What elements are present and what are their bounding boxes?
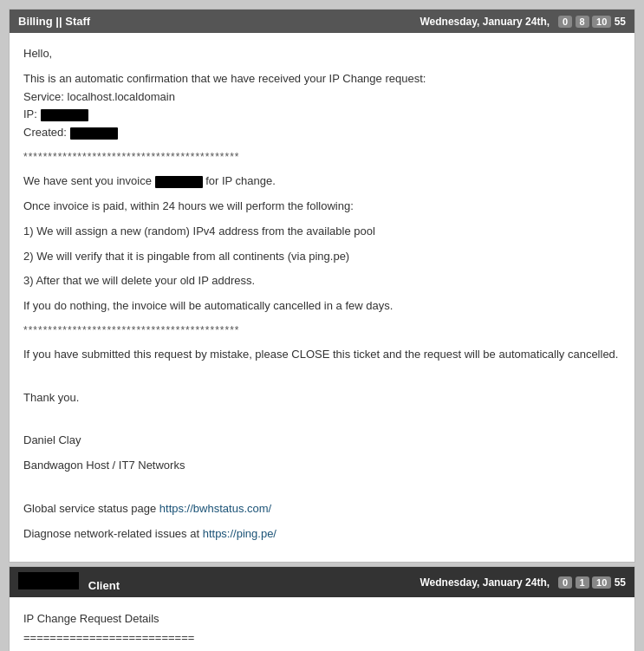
header-left-label: Billing || Staff	[18, 15, 90, 28]
author-name: Daniel Clay	[23, 432, 621, 450]
global-status-link[interactable]: https://bwhstatus.com/	[159, 502, 271, 515]
badge4: 55	[615, 16, 626, 28]
badge1: 0	[558, 16, 572, 28]
badge2: 8	[576, 16, 589, 28]
ticket-body-staff: Hello, This is an automatic confirmation…	[10, 33, 634, 562]
client-label: Client	[88, 579, 120, 592]
ticket-body-client: IP Change Request Details ==============…	[10, 597, 634, 651]
auto-cancel: If you do nothing, the invoice will be a…	[23, 297, 621, 316]
step3: 3) After that we will delete your old IP…	[23, 272, 621, 290]
stars-line: ****************************************…	[23, 149, 621, 166]
greeting: Hello,	[23, 45, 621, 63]
mistake-line: If you have submitted this request by mi…	[23, 346, 621, 364]
intro-text: This is an automatic confirmation that w…	[23, 70, 621, 142]
ip-label: IP:	[23, 107, 37, 120]
intro-span: This is an automatic confirmation that w…	[23, 72, 426, 85]
client-badge1: 0	[558, 576, 572, 589]
client-badge2: 1	[576, 576, 589, 589]
thanks: Thank you.	[23, 389, 621, 407]
client-date: Wednesday, January 24th,	[420, 576, 550, 589]
once-invoice: Once invoice is paid, within 24 hours we…	[23, 198, 621, 216]
header-date: Wednesday, January 24th,	[420, 16, 550, 28]
diagnose-link[interactable]: https://ping.pe/	[203, 527, 276, 540]
service-label: Service: localhost.localdomain	[23, 90, 175, 103]
badge3: 10	[592, 16, 611, 28]
client-badge4: 55	[615, 576, 626, 589]
stars2-line: ****************************************…	[23, 322, 621, 339]
created-redacted	[70, 127, 118, 140]
author-company: Bandwagon Host / IT7 Networks	[23, 457, 621, 475]
invoice-redacted	[155, 176, 203, 188]
invoice-line: We have sent you invoice for IP change.	[23, 173, 621, 191]
ip-redacted	[41, 109, 88, 121]
step1: 1) We will assign a new (random) IPv4 ad…	[23, 223, 621, 241]
client-badge3: 10	[592, 576, 611, 589]
created-label: Created:	[23, 126, 67, 139]
diagnose-line: Diagnose network-related issues at https…	[23, 525, 621, 544]
step2: 2) We will verify that it is pingable fr…	[23, 248, 621, 266]
ip-change-title: IP Change Request Details	[23, 609, 621, 628]
ticket-header-staff: Billing || Staff Wednesday, January 24th…	[10, 10, 634, 33]
global-status: Global service status page https://bwhst…	[23, 500, 621, 518]
ticket-header-client: Client Wednesday, January 24th, 0 1 10 5…	[10, 567, 634, 597]
ip-change-separator: ==========================	[23, 628, 621, 648]
client-sender-box	[18, 572, 79, 589]
